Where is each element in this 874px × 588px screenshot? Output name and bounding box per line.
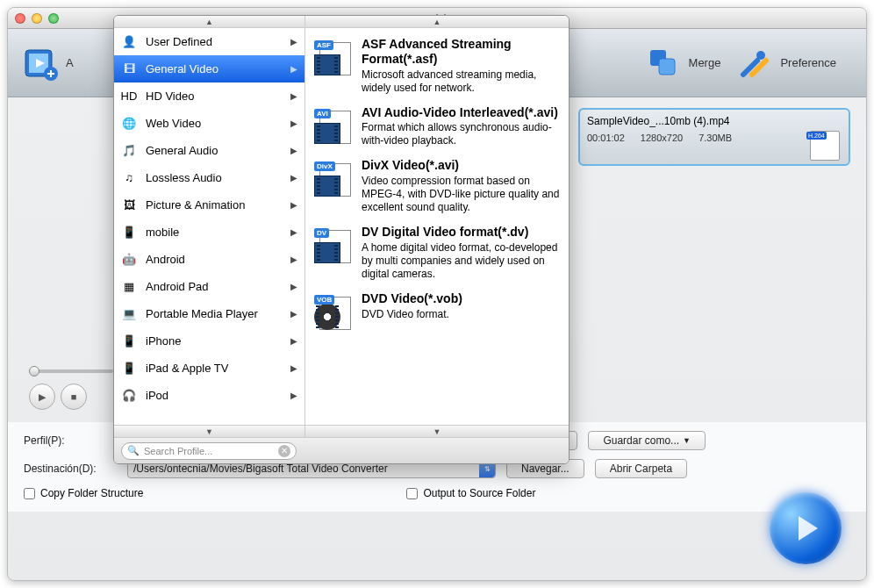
format-item[interactable]: VOB DVD Video(*.vob) DVD Video format. (305, 286, 569, 335)
category-icon: 📱 (121, 361, 137, 376)
file-duration: 00:01:02 (587, 133, 625, 143)
file-size: 7.30MB (698, 133, 732, 143)
scroll-down-button[interactable]: ▼ (114, 425, 304, 437)
preview-slider-knob[interactable] (29, 366, 39, 376)
category-icon: 🎞 (121, 61, 137, 77)
format-description: Format which allows synchronous audio-wi… (362, 121, 560, 147)
category-item[interactable]: ♫Lossless Audio▶ (114, 164, 304, 191)
category-item[interactable]: 🌐Web Video▶ (114, 110, 304, 137)
file-name: SampleVideo_...10mb (4).mp4 (587, 115, 842, 127)
category-label: mobile (146, 226, 179, 239)
output-source-checkbox[interactable]: Output to Source Folder (406, 487, 535, 499)
category-label: Android Pad (146, 280, 209, 293)
category-label: Portable Media Player (146, 307, 258, 320)
category-label: iPod (146, 389, 168, 402)
category-item[interactable]: 🎵General Audio▶ (114, 137, 304, 164)
search-profile-input[interactable]: 🔍 Search Profile... ✕ (121, 442, 297, 460)
file-info: 00:01:02 1280x720 7.30MB (587, 133, 842, 143)
preference-icon (736, 45, 773, 82)
add-file-button[interactable]: A (22, 45, 74, 82)
category-icon: ♫ (121, 170, 137, 186)
category-label: Web Video (146, 117, 201, 130)
category-icon: 🖼 (121, 197, 137, 213)
app-window: ado) A Merge Preference SampleVideo_...1… (7, 7, 867, 581)
category-item[interactable]: 🎞General Video▶ (114, 55, 304, 82)
format-item[interactable]: DivX DivX Video(*.avi) Video compression… (305, 153, 569, 219)
chevron-right-icon: ▶ (290, 309, 297, 319)
merge-icon (645, 45, 682, 82)
category-icon: 📱 (121, 333, 137, 349)
save-as-button[interactable]: Guardar como... ▼ (588, 431, 706, 450)
search-row: 🔍 Search Profile... ✕ (114, 437, 569, 463)
profile-label: Perfil(P): (24, 434, 127, 447)
scroll-up-button[interactable]: ▲ (114, 16, 304, 28)
stop-button[interactable]: ■ (61, 384, 87, 410)
clear-search-button[interactable]: ✕ (278, 445, 290, 457)
format-title: AVI Audio-Video Interleaved(*.avi) (362, 105, 560, 120)
format-thumb-icon: VOB (314, 291, 353, 330)
preference-button[interactable]: Preference (736, 45, 836, 82)
category-label: General Video (146, 62, 218, 75)
chevron-right-icon: ▶ (290, 255, 297, 264)
format-item[interactable]: ASF ASF Advanced Streaming Format(*.asf)… (305, 32, 569, 100)
window-minimize-button[interactable] (32, 13, 42, 24)
category-item[interactable]: 📱iPhone▶ (114, 327, 304, 355)
preview-slider-track[interactable] (29, 369, 113, 373)
play-button[interactable]: ▶ (29, 384, 55, 410)
search-icon: 🔍 (127, 445, 140, 456)
file-codec-thumb: H.264 (810, 131, 840, 161)
window-zoom-button[interactable] (48, 13, 59, 24)
category-label: iPhone (146, 334, 181, 348)
output-source-input[interactable] (406, 488, 418, 499)
svg-point-6 (756, 51, 765, 60)
codec-badge: H.264 (806, 132, 827, 140)
category-item[interactable]: ▦ Android Pad▶ (114, 273, 304, 300)
category-label: Android (146, 253, 185, 266)
add-file-label: A (66, 56, 74, 69)
category-item[interactable]: HDHD Video▶ (114, 82, 304, 110)
file-list-item[interactable]: SampleVideo_...10mb (4).mp4 00:01:02 128… (578, 108, 850, 166)
preference-label: Preference (780, 56, 836, 69)
copy-structure-input[interactable] (24, 488, 35, 499)
format-thumb-icon: DV (314, 225, 353, 263)
format-title: DV Digital Video format(*.dv) (362, 225, 560, 240)
category-label: Lossless Audio (146, 171, 222, 184)
category-item[interactable]: 🤖Android▶ (114, 246, 304, 273)
category-list: 👤User Defined▶🎞General Video▶HDHD Video▶… (114, 28, 304, 425)
copy-structure-checkbox[interactable]: Copy Folder Structure (24, 487, 143, 499)
chevron-right-icon: ▶ (290, 173, 297, 183)
category-label: User Defined (146, 35, 212, 48)
chevron-right-icon: ▶ (290, 91, 297, 101)
merge-button[interactable]: Merge (645, 45, 721, 82)
svg-rect-5 (659, 59, 675, 75)
category-item[interactable]: 📱iPad & Apple TV▶ (114, 355, 304, 382)
format-description: Microsoft advanced streaming media, wide… (362, 68, 560, 95)
chevron-right-icon: ▶ (290, 227, 297, 237)
scroll-down-button[interactable]: ▼ (305, 425, 569, 437)
convert-start-button[interactable] (770, 492, 842, 564)
destination-value: /Users/ontecnia/Movies/Bigasoft Total Vi… (133, 463, 388, 475)
category-item[interactable]: 🖼Picture & Animation▶ (114, 191, 304, 219)
chevron-right-icon: ▶ (290, 146, 297, 155)
scroll-up-button[interactable]: ▲ (305, 16, 569, 28)
category-label: HD Video (146, 90, 194, 103)
add-file-icon (22, 45, 59, 82)
chevron-right-icon: ▶ (290, 282, 297, 291)
chevron-right-icon: ▶ (290, 64, 297, 74)
category-item[interactable]: 📱mobile▶ (114, 219, 304, 246)
category-item[interactable]: 💻Portable Media Player▶ (114, 300, 304, 327)
category-item[interactable]: 👤User Defined▶ (114, 28, 304, 55)
format-item[interactable]: DV DV Digital Video format(*.dv) A home … (305, 219, 569, 286)
format-column: ▲ ASF ASF Advanced Streaming Format(*.as… (305, 16, 569, 437)
category-item[interactable]: 🎧iPod▶ (114, 382, 304, 409)
format-title: DivX Video(*.avi) (362, 158, 560, 173)
format-item[interactable]: AVI AVI Audio-Video Interleaved(*.avi) F… (305, 100, 569, 154)
chevron-down-icon: ▼ (683, 436, 691, 445)
open-folder-button[interactable]: Abrir Carpeta (595, 459, 687, 478)
category-icon: 🌐 (121, 116, 137, 132)
file-resolution: 1280x720 (641, 133, 683, 143)
window-close-button[interactable] (15, 13, 25, 24)
category-icon: HD (121, 89, 137, 104)
category-icon: 💻 (121, 306, 137, 322)
category-icon: 🎵 (121, 143, 137, 159)
